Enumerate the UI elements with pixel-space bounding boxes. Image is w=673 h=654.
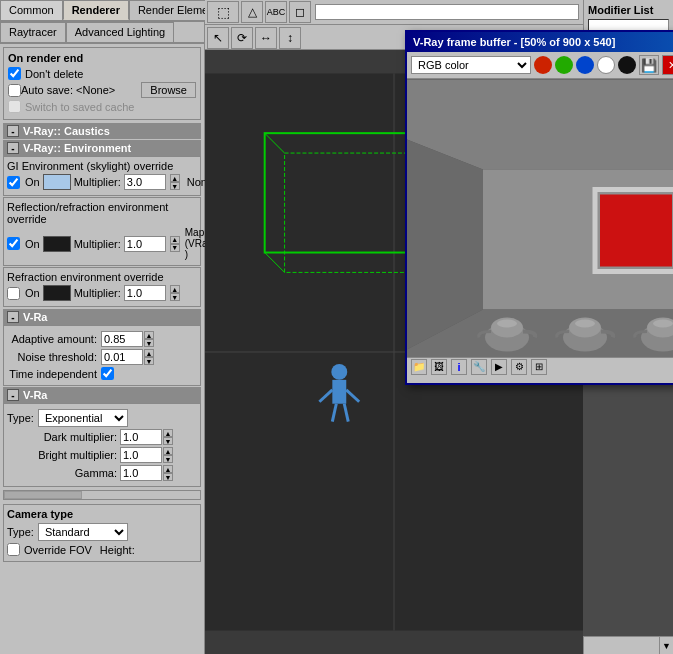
gi-on-checkbox[interactable] <box>7 176 20 189</box>
fb-status-2[interactable]: 🖼 <box>431 359 447 375</box>
caustics-collapse-btn[interactable]: - <box>7 125 19 137</box>
tab-renderer[interactable]: Renderer <box>63 0 129 20</box>
camera-type-select[interactable]: Standard <box>38 523 128 541</box>
render-svg <box>407 79 673 375</box>
fb-status-1[interactable]: 📁 <box>411 359 427 375</box>
fb-toolbar: RGB color 💾 ✕ ⚙ ⊞ <box>407 52 673 79</box>
fb-status-6[interactable]: ⚙ <box>511 359 527 375</box>
scroll-thumb[interactable] <box>4 491 82 499</box>
reflection-on-checkbox[interactable] <box>7 237 20 250</box>
gamma-label: Gamma: <box>7 467 117 479</box>
browse-button[interactable]: Browse <box>141 82 196 98</box>
environment-collapse-btn[interactable]: - <box>7 142 19 154</box>
tb-btn-6[interactable]: ⟳ <box>231 27 253 49</box>
colormapping-label: V-Ra <box>23 311 47 323</box>
fb-status-7[interactable]: ⊞ <box>531 359 547 375</box>
tb-btn-2[interactable]: △ <box>241 1 263 23</box>
reflection-spinner-down[interactable]: ▼ <box>170 244 180 252</box>
bright-multiplier-row: Bright multiplier: ▲ ▼ <box>7 447 197 463</box>
override-fov-checkbox[interactable] <box>7 543 20 556</box>
refraction-multiplier-input[interactable] <box>124 285 166 301</box>
adaptive-section: Adaptive amount: ▲ ▼ Noise threshold: ▲ … <box>3 325 201 386</box>
fb-clear-btn[interactable]: ✕ <box>662 55 673 75</box>
gi-spinner-up[interactable]: ▲ <box>170 174 180 182</box>
tab-advanced-lighting[interactable]: Advanced Lighting <box>66 22 175 42</box>
type-select[interactable]: Exponential <box>38 409 128 427</box>
dark-down[interactable]: ▼ <box>163 437 173 445</box>
refraction-on-checkbox[interactable] <box>7 287 20 300</box>
fb-status-3[interactable]: i <box>451 359 467 375</box>
render-end-title: On render end <box>8 52 196 64</box>
switch-cache-checkbox[interactable] <box>8 100 21 113</box>
refraction-spinner-up[interactable]: ▲ <box>170 285 180 293</box>
tb-btn-8[interactable]: ↕ <box>279 27 301 49</box>
gi-color-swatch[interactable] <box>43 174 71 190</box>
fb-black-btn[interactable] <box>618 56 636 74</box>
tab-raytracer[interactable]: Raytracer <box>0 22 66 42</box>
reflection-spinner-up[interactable]: ▲ <box>170 236 180 244</box>
gi-multiplier-input[interactable] <box>124 174 166 190</box>
fb-green-btn[interactable] <box>555 56 573 74</box>
fb-blue-btn[interactable] <box>576 56 594 74</box>
time-independent-checkbox[interactable] <box>101 367 114 380</box>
vray-environment-header[interactable]: - V-Ray:: Environment <box>3 140 201 156</box>
bright-down[interactable]: ▼ <box>163 455 173 463</box>
tab-common[interactable]: Common <box>0 0 63 20</box>
dark-multiplier-row: Dark multiplier: ▲ ▼ <box>7 429 197 445</box>
reflection-multiplier-input[interactable] <box>124 236 166 252</box>
room-render <box>407 79 673 375</box>
tb-btn-1[interactable]: ⬚ <box>207 1 239 23</box>
refraction-override-section: Refraction environment override On Multi… <box>3 267 201 307</box>
tb-btn-4[interactable]: ◻ <box>289 1 311 23</box>
adaptive-spinner: ▲ ▼ <box>144 331 154 347</box>
fb-white-btn[interactable] <box>597 56 615 74</box>
colormapping-collapse-btn[interactable]: - <box>7 311 19 323</box>
noise-threshold-input[interactable] <box>101 349 143 365</box>
reflection-color-swatch[interactable] <box>43 236 71 252</box>
vray-colormapping-header[interactable]: - V-Ra <box>3 309 201 325</box>
scroll-track[interactable] <box>3 490 201 500</box>
vray-caustics-header[interactable]: - V-Ray:: Caustics <box>3 123 201 139</box>
fb-red-btn[interactable] <box>534 56 552 74</box>
refraction-color-swatch[interactable] <box>43 285 71 301</box>
gi-environment-section: GI Environment (skylight) override On Mu… <box>3 156 201 196</box>
color-collapse-btn[interactable]: - <box>7 389 19 401</box>
gamma-down[interactable]: ▼ <box>163 473 173 481</box>
adaptive-down[interactable]: ▼ <box>144 339 154 347</box>
dark-up[interactable]: ▲ <box>163 429 173 437</box>
modifier-list-label: Modifier List <box>588 4 669 16</box>
tb-btn-7[interactable]: ↔ <box>255 27 277 49</box>
adaptive-amount-input[interactable] <box>101 331 143 347</box>
frame-buffer-titlebar: V-Ray frame buffer - [50% of 900 x 540] … <box>407 32 673 52</box>
bright-multiplier-input[interactable] <box>120 447 162 463</box>
scroll-right-btn[interactable]: ▼ <box>659 637 673 654</box>
bright-up[interactable]: ▲ <box>163 447 173 455</box>
fb-save-btn[interactable]: 💾 <box>639 55 659 75</box>
main-container: Common Renderer Render Elements Raytrace… <box>0 0 673 654</box>
adaptive-up[interactable]: ▲ <box>144 331 154 339</box>
dark-spinner: ▲ ▼ <box>163 429 173 445</box>
gamma-up[interactable]: ▲ <box>163 465 173 473</box>
svg-rect-21 <box>600 195 672 267</box>
gi-title: GI Environment (skylight) override <box>7 160 197 172</box>
noise-up[interactable]: ▲ <box>144 349 154 357</box>
auto-save-checkbox[interactable] <box>8 84 21 97</box>
refraction-on-row: On Multiplier: ▲ ▼ <box>7 285 197 301</box>
noise-down[interactable]: ▼ <box>144 357 154 365</box>
fb-status-5[interactable]: ▶ <box>491 359 507 375</box>
refraction-spinner-down[interactable]: ▼ <box>170 293 180 301</box>
gi-spinner-down[interactable]: ▼ <box>170 182 180 190</box>
noise-threshold-row: Noise threshold: ▲ ▼ <box>7 349 197 365</box>
gamma-input[interactable] <box>120 465 162 481</box>
tb-btn-5[interactable]: ↖ <box>207 27 229 49</box>
dark-multiplier-input[interactable] <box>120 429 162 445</box>
fb-status-4[interactable]: 🔧 <box>471 359 487 375</box>
gi-on-label: On <box>25 176 40 188</box>
color-channel-select[interactable]: RGB color <box>411 56 531 74</box>
vray-color-header[interactable]: - V-Ra <box>3 387 201 403</box>
viewport-input[interactable] <box>315 4 579 20</box>
tb-btn-abc[interactable]: ABC <box>265 1 287 23</box>
gamma-row: Gamma: ▲ ▼ <box>7 465 197 481</box>
dont-delete-checkbox[interactable] <box>8 67 21 80</box>
gi-spinner-arrows: ▲ ▼ <box>170 174 180 190</box>
